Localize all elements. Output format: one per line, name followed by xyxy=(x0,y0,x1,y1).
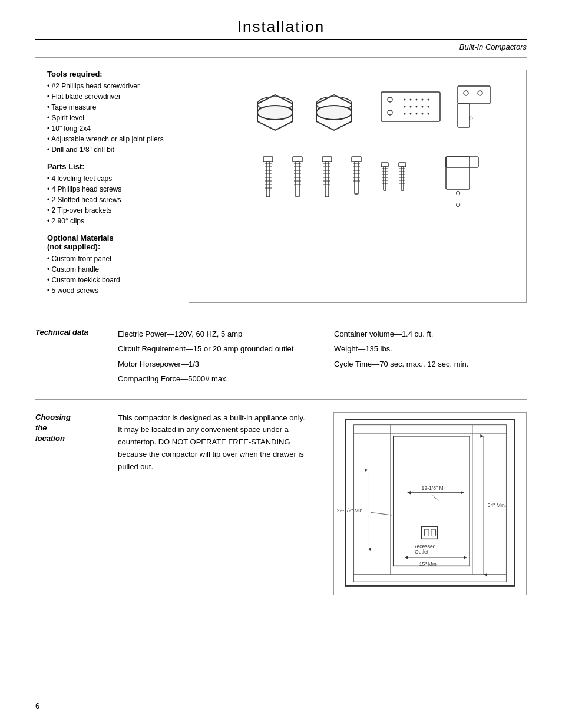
svg-rect-66 xyxy=(384,167,386,190)
tech-col-2: Container volume—1.4 cu. ft.Weight—135 l… xyxy=(334,327,527,387)
svg-text:Outlet: Outlet xyxy=(415,549,429,555)
parts-svg: ⊙ xyxy=(195,80,520,292)
page-number: 6 xyxy=(35,701,39,710)
tech-section: Technical data Electric Power—120V, 60 H… xyxy=(35,315,527,400)
tools-item: Spirit level xyxy=(47,113,177,123)
svg-rect-57 xyxy=(352,157,361,162)
svg-rect-82 xyxy=(446,157,478,167)
svg-point-16 xyxy=(416,106,418,108)
svg-rect-81 xyxy=(446,157,470,189)
page: Installation Built-In Compactors Tools r… xyxy=(0,0,562,728)
svg-text:⊙: ⊙ xyxy=(468,115,473,121)
svg-point-20 xyxy=(410,113,412,115)
svg-text:22-1/2" Min.: 22-1/2" Min. xyxy=(337,508,364,513)
svg-text:⊙: ⊙ xyxy=(455,201,461,208)
tools-heading: Tools required: xyxy=(47,70,177,78)
header-rule xyxy=(35,39,527,40)
svg-point-5 xyxy=(316,106,352,120)
svg-point-2 xyxy=(257,106,293,120)
svg-point-11 xyxy=(416,99,418,101)
svg-point-21 xyxy=(416,113,418,115)
svg-text:Recessed: Recessed xyxy=(413,543,435,549)
svg-point-19 xyxy=(404,113,406,115)
tools-item: #2 Phillips head screwdriver xyxy=(47,81,177,91)
svg-rect-101 xyxy=(424,529,429,536)
parts-item: 2 Tip-over brackets xyxy=(47,205,177,216)
svg-point-9 xyxy=(404,99,406,101)
tech-line: Motor Horsepower—1/3 xyxy=(118,357,310,371)
optional-item: Custom handle xyxy=(47,264,177,275)
svg-point-18 xyxy=(428,106,429,108)
svg-text:34" Min.: 34" Min. xyxy=(488,502,506,508)
svg-point-8 xyxy=(388,110,392,115)
svg-rect-100 xyxy=(422,526,438,539)
location-section: Choosing the location This compactor is … xyxy=(35,400,527,608)
parts-item: 4 leveling feet caps xyxy=(47,173,177,184)
optional-item: 5 wood screws xyxy=(47,285,177,296)
svg-rect-48 xyxy=(322,157,332,162)
installation-section: Tools required: #2 Phillips head screwdr… xyxy=(35,58,527,315)
svg-line-105 xyxy=(433,495,439,501)
svg-rect-74 xyxy=(401,167,404,190)
svg-rect-24 xyxy=(458,86,490,104)
svg-point-15 xyxy=(410,106,412,108)
parts-item: 2 Slotted head screws xyxy=(47,195,177,205)
parts-item: 2 90° clips xyxy=(47,216,177,226)
svg-point-26 xyxy=(464,91,468,95)
tools-item: Adjustable wrench or slip joint pliers xyxy=(47,134,177,144)
location-svg: 12-1/8" Min. 22-1/2" Min. 34" Min. 15" M… xyxy=(334,413,526,595)
svg-rect-102 xyxy=(431,529,436,536)
tools-item: Tape measure xyxy=(47,102,177,113)
parts-illustration: ⊙ xyxy=(189,70,527,303)
svg-point-23 xyxy=(428,113,429,115)
svg-point-14 xyxy=(404,106,406,108)
svg-rect-29 xyxy=(263,157,273,162)
svg-point-10 xyxy=(410,99,412,101)
svg-point-7 xyxy=(388,97,392,102)
page-title: Installation xyxy=(35,18,527,36)
optional-item: Custom front panel xyxy=(47,253,177,264)
location-content: This compactor is designed as a built-in… xyxy=(118,412,527,596)
tools-item: Flat blade screwdriver xyxy=(47,91,177,102)
tech-line: Compacting Force—5000# max. xyxy=(118,372,310,386)
tech-line: Cycle Time—70 sec. max., 12 sec. min. xyxy=(334,357,527,371)
svg-point-13 xyxy=(428,99,429,101)
tech-col-1: Electric Power—120V, 60 HZ, 5 ampCircuit… xyxy=(118,327,310,387)
install-text: Tools required: #2 Phillips head screwdr… xyxy=(47,70,177,303)
svg-point-12 xyxy=(422,99,424,101)
optional-item: Custom toekick board xyxy=(47,275,177,285)
optional-heading: Optional Materials(not supplied): xyxy=(47,233,177,251)
tools-item: 10" long 2x4 xyxy=(47,123,177,134)
location-label: Choosing the location xyxy=(35,412,106,596)
subtitle: Built-In Compactors xyxy=(35,42,527,51)
svg-rect-39 xyxy=(293,157,302,162)
svg-point-17 xyxy=(422,106,424,108)
location-diagram: 12-1/8" Min. 22-1/2" Min. 34" Min. 15" M… xyxy=(333,412,527,596)
svg-rect-25 xyxy=(458,104,470,127)
parts-heading: Parts List: xyxy=(47,162,177,171)
tools-list: #2 Phillips head screwdriverFlat blade s… xyxy=(47,81,177,155)
svg-point-27 xyxy=(478,91,482,95)
svg-text:⊙: ⊙ xyxy=(455,189,461,196)
tech-line: Electric Power—120V, 60 HZ, 5 amp xyxy=(118,327,310,341)
parts-item: 4 Phillips head screws xyxy=(47,184,177,195)
tech-line: Circuit Requirement—15 or 20 amp grounde… xyxy=(118,342,310,355)
parts-list: 4 leveling feet caps4 Phillips head scre… xyxy=(47,173,177,226)
svg-text:15" Min: 15" Min xyxy=(419,561,437,567)
optional-list: Custom front panelCustom handleCustom to… xyxy=(47,253,177,296)
location-text: This compactor is designed as a built-in… xyxy=(118,412,310,596)
tools-item: Drill and 1/8" drill bit xyxy=(47,144,177,155)
svg-point-22 xyxy=(422,113,424,115)
svg-text:12-1/8" Min.: 12-1/8" Min. xyxy=(422,485,449,490)
tech-line: Container volume—1.4 cu. ft. xyxy=(334,327,527,341)
svg-rect-73 xyxy=(399,163,406,167)
svg-rect-65 xyxy=(381,163,388,167)
tech-line: Weight—135 lbs. xyxy=(334,342,527,355)
svg-line-106 xyxy=(371,512,392,515)
tech-label: Technical data xyxy=(35,327,106,338)
tech-content: Electric Power—120V, 60 HZ, 5 ampCircuit… xyxy=(118,327,527,387)
